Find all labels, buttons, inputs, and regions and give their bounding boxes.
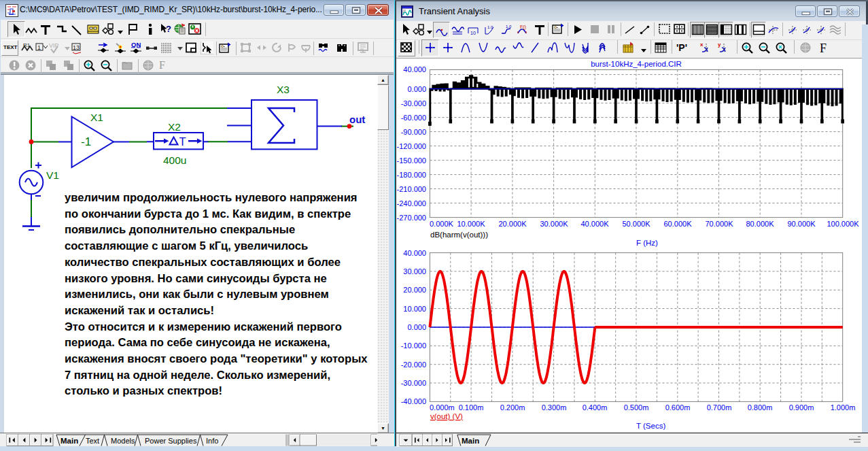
- svg-text:V1: V1: [46, 169, 59, 181]
- svg-text:-20.000: -20.000: [401, 361, 426, 369]
- svg-text:периода. Сама по себе синусоид: периода. Сама по себе синусоида не искаж…: [65, 336, 330, 349]
- svg-text:изменились, они как были с нул: изменились, они как были с нулевым уровн…: [65, 288, 329, 301]
- svg-text:-40.000: -40.000: [401, 397, 426, 405]
- svg-text:составляющие с шагом 5 кГц, ув: составляющие с шагом 5 кГц, увеличилось: [65, 239, 308, 252]
- svg-text:13: 13: [73, 44, 80, 51]
- svg-text:40.000K: 40.000K: [581, 220, 610, 228]
- svg-text:Text: Text: [86, 437, 99, 445]
- svg-text:-240.000: -240.000: [397, 199, 426, 207]
- svg-text:10.000: 10.000: [403, 305, 426, 313]
- svg-text:dB(harm(v(out))): dB(harm(v(out))): [430, 231, 488, 239]
- svg-text:-210.000: -210.000: [397, 185, 426, 193]
- svg-text:-90.000: -90.000: [401, 128, 426, 136]
- svg-text:0.000K: 0.000K: [430, 220, 454, 228]
- svg-text:60.000K: 60.000K: [664, 220, 693, 228]
- svg-text:низкого уровня. Но сами синусо: низкого уровня. Но сами синусоиды бурста…: [65, 272, 327, 285]
- svg-text:1: 1: [37, 44, 41, 51]
- svg-text:1.0: 1.0: [487, 25, 493, 29]
- svg-text:-30.000: -30.000: [401, 99, 426, 107]
- svg-text:Power Supplies: Power Supplies: [145, 437, 197, 445]
- svg-text:0.000: 0.000: [407, 85, 426, 93]
- svg-text:x: x: [700, 41, 704, 48]
- svg-text:'P': 'P': [676, 42, 687, 53]
- svg-text:X3: X3: [277, 84, 290, 95]
- svg-text:Models: Models: [111, 437, 135, 445]
- svg-text:0.300m: 0.300m: [542, 403, 567, 412]
- svg-text:искажений так и остались!: искажений так и остались!: [65, 304, 214, 317]
- svg-text:50.000K: 50.000K: [623, 220, 651, 228]
- svg-text:0.900m: 0.900m: [789, 403, 814, 412]
- svg-text:-60.000: -60.000: [401, 114, 426, 122]
- svg-text:F(): F(): [520, 24, 526, 30]
- svg-text:X2: X2: [168, 121, 181, 133]
- svg-text:T (Secs): T (Secs): [636, 422, 665, 430]
- svg-text:30.000K: 30.000K: [540, 220, 569, 228]
- svg-text:появились дополнительно спекра: появились дополнительно спекральные: [65, 223, 295, 236]
- svg-text:20.000K: 20.000K: [499, 220, 527, 228]
- svg-text:80.000K: 80.000K: [746, 220, 775, 228]
- svg-text:v(out) (V): v(out) (V): [430, 412, 463, 420]
- svg-text:0.500m: 0.500m: [624, 403, 649, 412]
- svg-text:7 пятниц на одной неделе. Скол: 7 пятниц на одной неделе. Сколько измере…: [65, 369, 330, 382]
- svg-text:искажения вносят своего рода ": искажения вносят своего рода "теоретики"…: [65, 352, 368, 365]
- svg-text:90.000K: 90.000K: [788, 220, 816, 228]
- svg-text:-1: -1: [81, 135, 91, 148]
- svg-text:?: ?: [166, 24, 171, 34]
- svg-text:Main: Main: [462, 437, 479, 445]
- svg-text:0.000: 0.000: [407, 323, 426, 331]
- svg-text:0.700m: 0.700m: [707, 403, 732, 412]
- svg-text:по окончании бурста до 1 мс. К: по окончании бурста до 1 мс. Как видим, …: [65, 207, 351, 220]
- svg-text:burst-10kHz_4-period.CIR: burst-10kHz_4-period.CIR: [591, 60, 682, 68]
- svg-text:столько и разных спектров!: столько и разных спектров!: [65, 384, 222, 397]
- svg-text:400u: 400u: [163, 154, 186, 166]
- svg-text:0.800m: 0.800m: [748, 403, 773, 412]
- svg-text:1.000m: 1.000m: [831, 403, 856, 412]
- svg-text:40.000: 40.000: [403, 65, 426, 73]
- svg-text:-120.000: -120.000: [397, 142, 426, 150]
- svg-text:-10.000: -10.000: [401, 341, 426, 350]
- svg-text:-150.000: -150.000: [397, 156, 426, 165]
- svg-text:увеличим продолжиельность нуле: увеличим продолжиельность нулевого напря…: [65, 191, 358, 204]
- svg-text:out: out: [349, 114, 365, 125]
- svg-text:y: y: [718, 41, 721, 48]
- svg-text:количество спекральных составл: количество спекральных составляющих и бо…: [65, 256, 341, 269]
- svg-text:F (Hz): F (Hz): [636, 239, 658, 247]
- svg-text:0.400m: 0.400m: [583, 403, 608, 412]
- svg-text:Info: Info: [206, 437, 218, 445]
- svg-text:40.000: 40.000: [403, 249, 426, 257]
- svg-text:1.0: 1.0: [506, 24, 512, 29]
- svg-text:T: T: [179, 135, 186, 148]
- svg-text:X1: X1: [90, 112, 103, 123]
- svg-text:30.000: 30.000: [403, 267, 426, 275]
- svg-text:20.000: 20.000: [403, 286, 426, 294]
- svg-text:100.000K: 100.000K: [827, 220, 859, 228]
- svg-text:-180.000: -180.000: [397, 171, 426, 179]
- svg-text:0.100m: 0.100m: [459, 403, 484, 412]
- svg-text:F: F: [159, 59, 165, 71]
- svg-text:Main: Main: [60, 437, 78, 445]
- svg-text:0.200m: 0.200m: [500, 403, 525, 412]
- svg-text:F: F: [820, 41, 827, 55]
- svg-text:70.000K: 70.000K: [706, 220, 734, 228]
- svg-text:-30.000: -30.000: [401, 379, 426, 387]
- svg-text:0.000m: 0.000m: [430, 403, 455, 412]
- svg-text:Это относится и к измерению ис: Это относится и к измерению искажений пе…: [65, 320, 342, 333]
- svg-text:10: 10: [470, 31, 476, 35]
- svg-text:-270.000: -270.000: [397, 214, 426, 222]
- svg-text:10.000K: 10.000K: [457, 220, 486, 228]
- svg-text:0.600m: 0.600m: [665, 403, 691, 412]
